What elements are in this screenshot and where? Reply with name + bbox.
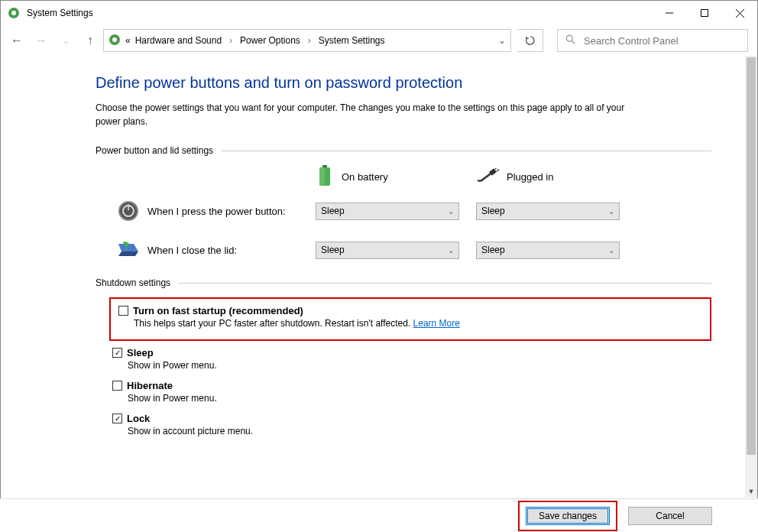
close-button[interactable] xyxy=(722,1,757,25)
page-description: Choose the power settings that you want … xyxy=(96,101,638,128)
search-box[interactable] xyxy=(557,29,748,52)
chevron-down-icon: ⌄ xyxy=(608,246,614,255)
titlebar: System Settings xyxy=(1,1,757,25)
search-input[interactable] xyxy=(584,35,740,47)
footer: Save changes Cancel xyxy=(0,498,758,532)
breadcrumb-prefix: « xyxy=(125,35,131,46)
lid-battery-dropdown[interactable]: Sleep ⌄ xyxy=(316,242,459,259)
back-button[interactable]: ← xyxy=(10,34,24,47)
col-plugged-label: Plugged in xyxy=(507,171,553,183)
app-icon xyxy=(7,6,21,20)
refresh-button[interactable] xyxy=(517,29,543,52)
fast-startup-desc: This helps start your PC faster after sh… xyxy=(118,318,702,329)
sleep-desc: Show in Power menu. xyxy=(112,360,708,371)
scrollbar[interactable]: ▲ ▼ xyxy=(745,56,757,498)
divider xyxy=(221,151,711,151)
window-title: System Settings xyxy=(27,8,93,18)
power-button-plugged-dropdown[interactable]: Sleep ⌄ xyxy=(476,203,620,220)
lock-checkbox[interactable]: ✓ xyxy=(112,414,122,423)
battery-icon xyxy=(316,165,334,189)
toolbar: ← → ⌄ ↑ « Hardware and Sound › Power Opt… xyxy=(1,25,757,56)
fast-startup-checkbox[interactable] xyxy=(118,306,128,316)
power-button-battery-dropdown[interactable]: Sleep ⌄ xyxy=(316,203,459,220)
content-area: Define power buttons and turn on passwor… xyxy=(1,56,757,498)
plug-icon xyxy=(476,168,499,186)
lid-icon xyxy=(109,241,147,259)
svg-rect-12 xyxy=(319,167,325,186)
lock-desc: Show in account picture menu. xyxy=(112,426,708,436)
col-battery-label: On battery xyxy=(342,171,388,183)
svg-line-14 xyxy=(495,168,498,169)
save-button[interactable]: Save changes xyxy=(526,507,610,525)
svg-rect-3 xyxy=(701,10,708,17)
address-icon xyxy=(109,34,121,48)
sleep-checkbox[interactable]: ✓ xyxy=(112,348,122,358)
chevron-down-icon: ⌄ xyxy=(608,207,614,216)
svg-point-7 xyxy=(112,37,117,42)
chevron-down-icon: ⌄ xyxy=(448,207,454,216)
svg-point-1 xyxy=(11,11,16,15)
breadcrumb-system[interactable]: System Settings xyxy=(319,35,385,46)
lock-title: Lock xyxy=(127,413,150,424)
recent-dropdown[interactable]: ⌄ xyxy=(59,34,73,47)
cancel-button[interactable]: Cancel xyxy=(628,507,712,525)
chevron-down-icon: ⌄ xyxy=(448,246,454,255)
divider xyxy=(178,283,711,284)
forward-button[interactable]: → xyxy=(34,34,48,47)
breadcrumb-separator: › xyxy=(229,35,232,46)
highlight-fast-startup: Turn on fast startup (recommended) This … xyxy=(109,297,711,341)
hibernate-title: Hibernate xyxy=(127,380,173,391)
power-button-icon xyxy=(109,200,147,222)
svg-rect-10 xyxy=(322,165,327,167)
breadcrumb-power[interactable]: Power Options xyxy=(240,35,300,46)
svg-line-9 xyxy=(572,41,575,44)
breadcrumb-separator: › xyxy=(308,35,311,46)
section-power-lid: Power button and lid settings xyxy=(96,145,213,156)
section-shutdown: Shutdown settings xyxy=(96,277,170,288)
page-title: Define power buttons and turn on passwor… xyxy=(96,74,711,92)
lid-label: When I close the lid: xyxy=(147,245,316,256)
power-button-label: When I press the power button: xyxy=(147,206,316,217)
svg-line-15 xyxy=(497,169,499,171)
scroll-thumb[interactable] xyxy=(747,57,756,455)
highlight-save: Save changes xyxy=(518,501,617,531)
hibernate-desc: Show in Power menu. xyxy=(112,393,708,404)
lid-plugged-dropdown[interactable]: Sleep ⌄ xyxy=(476,242,620,259)
svg-point-8 xyxy=(566,35,572,41)
search-icon xyxy=(565,34,576,47)
scroll-down-icon[interactable]: ▼ xyxy=(745,485,757,498)
address-dropdown[interactable]: ⌄ xyxy=(498,35,506,46)
sleep-title: Sleep xyxy=(127,347,154,358)
minimize-button[interactable] xyxy=(652,1,687,25)
up-button[interactable]: ↑ xyxy=(83,34,97,47)
fast-startup-title: Turn on fast startup (recommended) xyxy=(133,305,303,316)
learn-more-link[interactable]: Learn More xyxy=(413,318,460,329)
hibernate-checkbox[interactable] xyxy=(112,381,122,391)
maximize-button[interactable] xyxy=(687,1,722,25)
breadcrumb-hardware[interactable]: Hardware and Sound xyxy=(135,35,222,46)
address-bar[interactable]: « Hardware and Sound › Power Options › S… xyxy=(103,29,511,52)
